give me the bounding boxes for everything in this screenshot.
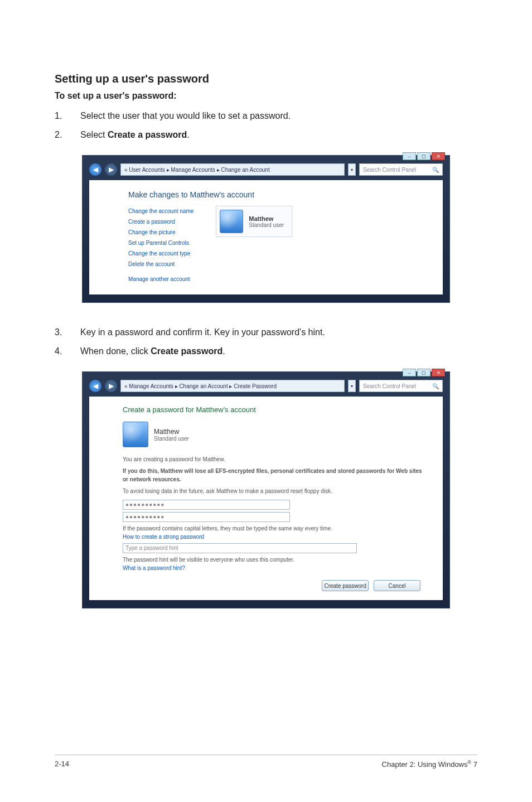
breadcrumb-dropdown[interactable]: ▾ — [348, 163, 356, 176]
link-strong-password[interactable]: How to create a strong password — [123, 534, 204, 540]
screenshot-create-password: – ▢ ✕ ◀ ▶ « Manage Accounts ▸ Change an … — [82, 371, 450, 608]
back-button[interactable]: ◀ — [89, 380, 101, 392]
info-line-1: You are creating a password for Matthew. — [123, 455, 427, 463]
link-change-picture[interactable]: Change the picture — [128, 227, 194, 238]
back-button[interactable]: ◀ — [89, 163, 101, 176]
warning-text: If you do this, Matthew will lose all EF… — [123, 467, 427, 484]
search-input[interactable]: Search Control Panel 🔍 — [359, 380, 443, 392]
step-number: 1. — [55, 109, 80, 123]
breadcrumb[interactable]: « User Accounts ▸ Manage Accounts ▸ Chan… — [120, 163, 345, 176]
user-type: Standard user — [249, 222, 284, 228]
breadcrumb[interactable]: « Manage Accounts ▸ Change an Account ▸ … — [120, 380, 345, 392]
steps-list-b: 3. Key in a password and confirm it. Key… — [55, 325, 477, 358]
steps-list-a: 1. Select the user that you would like t… — [55, 109, 477, 142]
link-create-password[interactable]: Create a password — [128, 216, 194, 227]
panel-heading: Make changes to Matthew's account — [128, 190, 427, 199]
new-password-input[interactable]: ●●●●●●●●●● — [123, 500, 290, 510]
section-title: Setting up a user's password — [55, 73, 477, 85]
user-avatar — [220, 210, 243, 233]
search-input[interactable]: Search Control Panel 🔍 — [359, 163, 443, 176]
link-change-account-type[interactable]: Change the account type — [128, 248, 194, 259]
search-icon[interactable]: 🔍 — [432, 383, 439, 389]
search-placeholder: Search Control Panel — [363, 167, 416, 173]
password-hint-input[interactable]: Type a password hint — [123, 543, 357, 553]
step-2: 2. Select Create a password. — [55, 128, 477, 142]
step-number: 2. — [55, 128, 80, 142]
step-1: 1. Select the user that you would like t… — [55, 109, 477, 123]
capitals-note: If the password contains capital letters… — [123, 524, 427, 533]
user-name: Matthew — [249, 215, 284, 222]
screenshot-change-account: – ▢ ✕ ◀ ▶ « User Accounts ▸ Manage Accou… — [82, 155, 450, 303]
panel-heading: Create a password for Matthew's account — [123, 405, 427, 414]
minimize-icon[interactable]: – — [403, 369, 416, 376]
forward-button[interactable]: ▶ — [105, 163, 117, 176]
confirm-password-input[interactable]: ●●●●●●●●●● — [123, 512, 290, 522]
user-card[interactable]: Matthew Standard user — [216, 206, 292, 237]
user-name: Matthew — [154, 428, 189, 436]
maximize-icon[interactable]: ▢ — [417, 369, 431, 376]
step-text: Select Create a password. — [80, 128, 477, 142]
create-password-button[interactable]: Create password — [322, 580, 369, 591]
forward-button[interactable]: ▶ — [105, 380, 117, 392]
search-placeholder: Search Control Panel — [363, 383, 416, 389]
step-text: Key in a password and confirm it. Key in… — [80, 325, 477, 340]
user-avatar — [123, 422, 148, 447]
breadcrumb-dropdown[interactable]: ▾ — [348, 380, 356, 392]
link-delete-account[interactable]: Delete the account — [128, 259, 194, 269]
chapter-label: Chapter 2: Using Windows® 7 — [382, 760, 477, 769]
close-icon[interactable]: ✕ — [432, 369, 445, 376]
hint-visibility-note: The password hint will be visible to eve… — [123, 555, 427, 564]
step-text: Select the user that you would like to s… — [80, 109, 477, 123]
link-parental-controls[interactable]: Set up Parental Controls — [128, 238, 194, 248]
step-3: 3. Key in a password and confirm it. Key… — [55, 325, 477, 340]
close-icon[interactable]: ✕ — [432, 152, 445, 160]
account-action-links: Change the account name Create a passwor… — [128, 206, 194, 284]
user-block: Matthew Standard user — [123, 422, 427, 447]
page-footer: 2-14 Chapter 2: Using Windows® 7 — [55, 755, 477, 769]
step-number: 4. — [55, 344, 80, 359]
step-number: 3. — [55, 325, 80, 340]
minimize-icon[interactable]: – — [403, 152, 416, 160]
cancel-button[interactable]: Cancel — [374, 580, 420, 591]
link-password-hint-help[interactable]: What is a password hint? — [123, 565, 185, 571]
maximize-icon[interactable]: ▢ — [417, 152, 431, 160]
info-line-2: To avoid losing data in the future, ask … — [123, 487, 427, 495]
link-change-account-name[interactable]: Change the account name — [128, 206, 194, 216]
link-manage-another-account[interactable]: Manage another account — [128, 274, 190, 284]
page-number: 2-14 — [55, 760, 69, 769]
user-type: Standard user — [154, 436, 189, 442]
search-icon[interactable]: 🔍 — [432, 167, 439, 173]
step-text: When done, click Create password. — [80, 344, 477, 359]
section-subtitle: To set up a user's password: — [55, 91, 477, 101]
step-4: 4. When done, click Create password. — [55, 344, 477, 359]
